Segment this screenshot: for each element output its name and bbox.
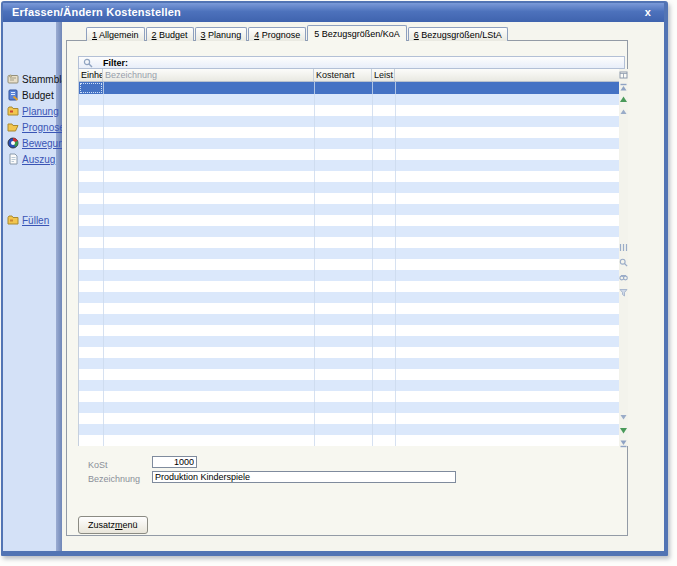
dialog-window: Erfassen/Ändern Kostenstellen x Stammbla…: [1, 1, 668, 556]
table-row[interactable]: [79, 193, 619, 204]
table-row[interactable]: [79, 336, 619, 347]
column-header-einheit[interactable]: Einheit: [79, 69, 103, 81]
folder-open-icon: [7, 121, 19, 133]
table-row[interactable]: [79, 347, 619, 358]
tab-prognose[interactable]: 4 Prognose: [248, 27, 306, 41]
kost-field[interactable]: [152, 456, 197, 468]
grid-view-icon[interactable]: [619, 243, 628, 252]
column-header-filler: [395, 69, 619, 81]
sidebar-item-auszug[interactable]: Auszug: [3, 151, 56, 167]
sidebar-item-label: Planung: [22, 106, 59, 117]
sidebar-item-label: Prognose: [22, 122, 65, 133]
sidebar-item-bewegung[interactable]: Bewegung: [3, 135, 56, 151]
column-divider: [103, 82, 104, 446]
tab-planung[interactable]: 3 Planung: [195, 27, 248, 41]
sidebar-item-fuellen[interactable]: Füllen: [3, 212, 56, 228]
table-row[interactable]: [79, 204, 619, 215]
table-row[interactable]: [79, 314, 619, 325]
table-row[interactable]: [79, 160, 619, 171]
table-row[interactable]: [79, 402, 619, 413]
table-row-selected[interactable]: [79, 82, 619, 94]
table-row[interactable]: [79, 391, 619, 402]
filter-funnel-icon[interactable]: [619, 288, 628, 297]
column-divider: [395, 82, 396, 446]
table-row[interactable]: [79, 281, 619, 292]
table-row[interactable]: [79, 292, 619, 303]
tab-allgemein[interactable]: 1 Allgemein: [86, 27, 145, 41]
column-divider: [314, 82, 315, 446]
table-row[interactable]: [79, 358, 619, 369]
table-row[interactable]: [79, 94, 619, 105]
first-row-icon[interactable]: [619, 83, 628, 92]
table-row[interactable]: [79, 248, 619, 259]
zusatzmenu-button[interactable]: Zusatzmenü: [78, 516, 148, 534]
page-up-icon[interactable]: [619, 107, 628, 116]
tab-strip: 1 Allgemein 2 Budget 3 Planung 4 Prognos…: [86, 25, 509, 41]
card-icon: [7, 73, 19, 85]
table-row[interactable]: [79, 116, 619, 127]
column-header-leist[interactable]: Leist: [372, 69, 395, 81]
filter-label: Filter:: [103, 58, 128, 68]
table-row[interactable]: [79, 127, 619, 138]
column-divider: [372, 82, 373, 446]
table-row[interactable]: [79, 435, 619, 446]
wheel-icon: [7, 137, 19, 149]
close-button[interactable]: x: [641, 3, 655, 22]
table-row[interactable]: [79, 270, 619, 281]
table-row[interactable]: [79, 413, 619, 424]
table-row[interactable]: [79, 105, 619, 116]
table-row[interactable]: [79, 424, 619, 435]
title-bar[interactable]: Erfassen/Ändern Kostenstellen x: [3, 3, 664, 22]
table-row[interactable]: [79, 303, 619, 314]
table-rows: [79, 94, 619, 446]
bezeichnung-field[interactable]: [152, 471, 456, 483]
folder-icon: [7, 214, 19, 226]
sidebar-item-label: Füllen: [22, 215, 49, 226]
window-title: Erfassen/Ändern Kostenstellen: [12, 6, 181, 18]
table-row[interactable]: [79, 182, 619, 193]
main-area: 1 Allgemein 2 Budget 3 Planung 4 Prognos…: [62, 22, 664, 551]
kost-label: KoSt: [88, 460, 108, 470]
page-down-icon[interactable]: [619, 413, 628, 422]
sidebar-item-prognose[interactable]: Prognose: [3, 119, 56, 135]
column-header-bezeichnung[interactable]: Bezeichnung: [103, 69, 314, 81]
find-next-icon[interactable]: [619, 273, 628, 282]
focus-cell: [80, 83, 102, 93]
table-row[interactable]: [79, 369, 619, 380]
data-grid: Einheit Bezeichnung Kostenart Leist: [78, 69, 619, 446]
budget-icon: [7, 89, 19, 101]
bezeichnung-label: Bezeichnung: [88, 474, 140, 484]
tab-panel: Filter: Einheit Bezeichnung Kostenart Le…: [66, 40, 628, 536]
sidebar-item-label: Auszug: [22, 154, 55, 165]
last-row-icon[interactable]: [619, 439, 628, 448]
table-row[interactable]: [79, 171, 619, 182]
sidebar-item-label: Budget: [22, 90, 54, 101]
grid-header: Einheit Bezeichnung Kostenart Leist: [79, 69, 619, 82]
table-row[interactable]: [79, 259, 619, 270]
search-rows-icon[interactable]: [619, 258, 628, 267]
search-icon: [83, 58, 93, 68]
document-icon: [7, 153, 19, 165]
dialog-content: Stammblatt Budget Planung: [3, 22, 664, 551]
table-row[interactable]: [79, 380, 619, 391]
table-row[interactable]: [79, 237, 619, 248]
filter-bar[interactable]: Filter:: [78, 56, 625, 69]
scroll-up-icon[interactable]: [619, 95, 628, 104]
table-row[interactable]: [79, 215, 619, 226]
sidebar-list: Stammblatt Budget Planung: [3, 71, 56, 228]
table-row[interactable]: [79, 138, 619, 149]
table-row[interactable]: [79, 149, 619, 160]
sidebar-item-stammblatt[interactable]: Stammblatt: [3, 71, 56, 87]
sidebar-item-budget[interactable]: Budget: [3, 87, 56, 103]
column-header-kostenart[interactable]: Kostenart: [314, 69, 372, 81]
table-row[interactable]: [79, 325, 619, 336]
sidebar-item-planung[interactable]: Planung: [3, 103, 56, 119]
column-chooser-icon[interactable]: [619, 70, 628, 79]
scroll-down-icon[interactable]: [619, 426, 628, 435]
folder-icon: [7, 105, 19, 117]
table-row[interactable]: [79, 226, 619, 237]
sidebar: Stammblatt Budget Planung: [3, 22, 56, 551]
tab-budget[interactable]: 2 Budget: [146, 27, 194, 41]
tab-bezugsgroessen-koa[interactable]: 5 Bezugsgrößen/KoA: [307, 25, 407, 41]
tab-bezugsgroessen-lsta[interactable]: 6 Bezugsgrößen/LStA: [408, 27, 508, 41]
